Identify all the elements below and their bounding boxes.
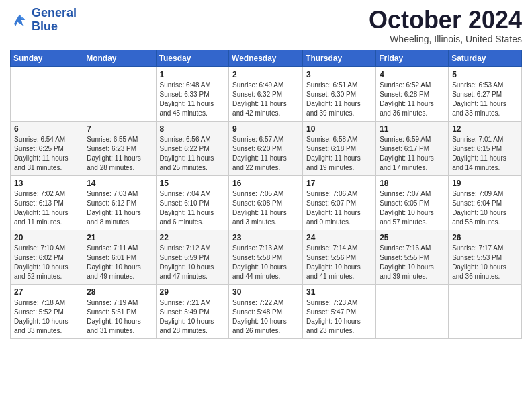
- logo-line2: Blue: [32, 20, 77, 34]
- day-info: Sunrise: 7:05 AM Sunset: 6:08 PM Dayligh…: [232, 189, 299, 227]
- weekday-header-wednesday: Wednesday: [229, 50, 303, 66]
- day-cell: 5Sunrise: 6:53 AM Sunset: 6:27 PM Daylig…: [449, 66, 522, 121]
- day-cell: 26Sunrise: 7:17 AM Sunset: 5:53 PM Dayli…: [449, 230, 522, 284]
- day-cell: 7Sunrise: 6:55 AM Sunset: 6:23 PM Daylig…: [83, 121, 156, 175]
- day-cell: 20Sunrise: 7:10 AM Sunset: 6:02 PM Dayli…: [11, 230, 83, 284]
- day-number: 10: [306, 124, 372, 134]
- day-info: Sunrise: 7:01 AM Sunset: 6:15 PM Dayligh…: [452, 135, 518, 173]
- page: General Blue October 2024 Wheeling, Illi…: [0, 0, 532, 346]
- day-info: Sunrise: 7:03 AM Sunset: 6:12 PM Dayligh…: [87, 189, 152, 227]
- day-number: 1: [160, 70, 226, 79]
- day-number: 14: [87, 179, 152, 188]
- day-number: 25: [380, 233, 445, 242]
- day-cell: 19Sunrise: 7:09 AM Sunset: 6:04 PM Dayli…: [449, 175, 522, 230]
- logo-text: General Blue: [32, 7, 77, 34]
- day-number: 18: [380, 179, 445, 188]
- day-number: 29: [160, 287, 226, 297]
- day-cell: 9Sunrise: 6:57 AM Sunset: 6:20 PM Daylig…: [229, 121, 303, 175]
- day-info: Sunrise: 7:16 AM Sunset: 5:55 PM Dayligh…: [380, 244, 445, 281]
- day-cell: 23Sunrise: 7:13 AM Sunset: 5:58 PM Dayli…: [229, 230, 303, 284]
- day-number: 8: [160, 124, 226, 134]
- month-title: October 2024: [369, 7, 522, 34]
- day-cell: 10Sunrise: 6:58 AM Sunset: 6:18 PM Dayli…: [303, 121, 376, 175]
- day-cell: 31Sunrise: 7:23 AM Sunset: 5:47 PM Dayli…: [303, 284, 376, 338]
- day-info: Sunrise: 7:10 AM Sunset: 6:02 PM Dayligh…: [14, 244, 79, 281]
- day-cell: 25Sunrise: 7:16 AM Sunset: 5:55 PM Dayli…: [376, 230, 449, 284]
- day-cell: 30Sunrise: 7:22 AM Sunset: 5:48 PM Dayli…: [229, 284, 303, 338]
- title-area: October 2024 Wheeling, Illinois, United …: [369, 7, 522, 44]
- day-info: Sunrise: 7:18 AM Sunset: 5:52 PM Dayligh…: [14, 298, 79, 336]
- day-cell: [376, 284, 449, 338]
- week-row-3: 20Sunrise: 7:10 AM Sunset: 6:02 PM Dayli…: [11, 230, 522, 284]
- day-cell: 28Sunrise: 7:19 AM Sunset: 5:51 PM Dayli…: [83, 284, 156, 338]
- weekday-header-thursday: Thursday: [303, 50, 376, 66]
- day-number: 31: [306, 287, 372, 297]
- day-info: Sunrise: 7:02 AM Sunset: 6:13 PM Dayligh…: [14, 189, 79, 227]
- day-cell: 17Sunrise: 7:06 AM Sunset: 6:07 PM Dayli…: [303, 175, 376, 230]
- day-number: 15: [160, 179, 226, 188]
- day-number: 19: [452, 179, 518, 188]
- day-info: Sunrise: 7:12 AM Sunset: 5:59 PM Dayligh…: [160, 244, 226, 281]
- weekday-header-row: SundayMondayTuesdayWednesdayThursdayFrid…: [11, 50, 522, 66]
- day-number: 7: [87, 124, 152, 134]
- weekday-header-saturday: Saturday: [449, 50, 522, 66]
- day-cell: 8Sunrise: 6:56 AM Sunset: 6:22 PM Daylig…: [156, 121, 229, 175]
- day-number: 4: [380, 70, 445, 79]
- day-info: Sunrise: 7:14 AM Sunset: 5:56 PM Dayligh…: [306, 244, 372, 281]
- day-info: Sunrise: 7:19 AM Sunset: 5:51 PM Dayligh…: [87, 298, 152, 336]
- day-info: Sunrise: 6:48 AM Sunset: 6:33 PM Dayligh…: [160, 81, 226, 118]
- day-number: 13: [14, 179, 79, 188]
- svg-marker-0: [14, 15, 26, 26]
- day-number: 9: [232, 124, 299, 134]
- day-cell: 6Sunrise: 6:54 AM Sunset: 6:25 PM Daylig…: [11, 121, 83, 175]
- day-info: Sunrise: 6:49 AM Sunset: 6:32 PM Dayligh…: [232, 81, 299, 118]
- location: Wheeling, Illinois, United States: [369, 34, 522, 44]
- day-info: Sunrise: 7:22 AM Sunset: 5:48 PM Dayligh…: [232, 298, 299, 336]
- day-cell: 18Sunrise: 7:07 AM Sunset: 6:05 PM Dayli…: [376, 175, 449, 230]
- week-row-0: 1Sunrise: 6:48 AM Sunset: 6:33 PM Daylig…: [11, 66, 522, 121]
- day-number: 12: [452, 124, 518, 134]
- day-cell: 12Sunrise: 7:01 AM Sunset: 6:15 PM Dayli…: [449, 121, 522, 175]
- day-number: 30: [232, 287, 299, 297]
- day-info: Sunrise: 6:56 AM Sunset: 6:22 PM Dayligh…: [160, 135, 226, 173]
- logo-area: General Blue: [10, 7, 77, 34]
- day-number: 20: [14, 233, 79, 242]
- day-info: Sunrise: 7:06 AM Sunset: 6:07 PM Dayligh…: [306, 189, 372, 227]
- day-cell: 14Sunrise: 7:03 AM Sunset: 6:12 PM Dayli…: [83, 175, 156, 230]
- day-info: Sunrise: 6:59 AM Sunset: 6:17 PM Dayligh…: [380, 135, 445, 173]
- day-number: 21: [87, 233, 152, 242]
- day-cell: 29Sunrise: 7:21 AM Sunset: 5:49 PM Dayli…: [156, 284, 229, 338]
- day-cell: 24Sunrise: 7:14 AM Sunset: 5:56 PM Dayli…: [303, 230, 376, 284]
- week-row-4: 27Sunrise: 7:18 AM Sunset: 5:52 PM Dayli…: [11, 284, 522, 338]
- day-info: Sunrise: 7:04 AM Sunset: 6:10 PM Dayligh…: [160, 189, 226, 227]
- weekday-header-monday: Monday: [83, 50, 156, 66]
- day-number: 2: [232, 70, 299, 79]
- day-info: Sunrise: 7:07 AM Sunset: 6:05 PM Dayligh…: [380, 189, 445, 227]
- day-info: Sunrise: 7:11 AM Sunset: 6:01 PM Dayligh…: [87, 244, 152, 281]
- weekday-header-friday: Friday: [376, 50, 449, 66]
- day-number: 3: [306, 70, 372, 79]
- day-number: 28: [87, 287, 152, 297]
- day-info: Sunrise: 6:54 AM Sunset: 6:25 PM Dayligh…: [14, 135, 79, 173]
- day-number: 24: [306, 233, 372, 242]
- logo-icon: [10, 13, 29, 28]
- day-number: 26: [452, 233, 518, 242]
- week-row-2: 13Sunrise: 7:02 AM Sunset: 6:13 PM Dayli…: [11, 175, 522, 230]
- day-info: Sunrise: 7:17 AM Sunset: 5:53 PM Dayligh…: [452, 244, 518, 281]
- header: General Blue October 2024 Wheeling, Illi…: [10, 7, 522, 44]
- day-number: 27: [14, 287, 79, 297]
- day-info: Sunrise: 6:57 AM Sunset: 6:20 PM Dayligh…: [232, 135, 299, 173]
- day-cell: [83, 66, 156, 121]
- day-cell: [11, 66, 83, 121]
- day-cell: 3Sunrise: 6:51 AM Sunset: 6:30 PM Daylig…: [303, 66, 376, 121]
- day-info: Sunrise: 7:13 AM Sunset: 5:58 PM Dayligh…: [232, 244, 299, 281]
- day-cell: 16Sunrise: 7:05 AM Sunset: 6:08 PM Dayli…: [229, 175, 303, 230]
- day-number: 6: [14, 124, 79, 134]
- day-info: Sunrise: 6:58 AM Sunset: 6:18 PM Dayligh…: [306, 135, 372, 173]
- week-row-1: 6Sunrise: 6:54 AM Sunset: 6:25 PM Daylig…: [11, 121, 522, 175]
- day-number: 23: [232, 233, 299, 242]
- day-cell: 2Sunrise: 6:49 AM Sunset: 6:32 PM Daylig…: [229, 66, 303, 121]
- logo-line1: General: [32, 6, 77, 19]
- day-cell: 13Sunrise: 7:02 AM Sunset: 6:13 PM Dayli…: [11, 175, 83, 230]
- day-cell: 27Sunrise: 7:18 AM Sunset: 5:52 PM Dayli…: [11, 284, 83, 338]
